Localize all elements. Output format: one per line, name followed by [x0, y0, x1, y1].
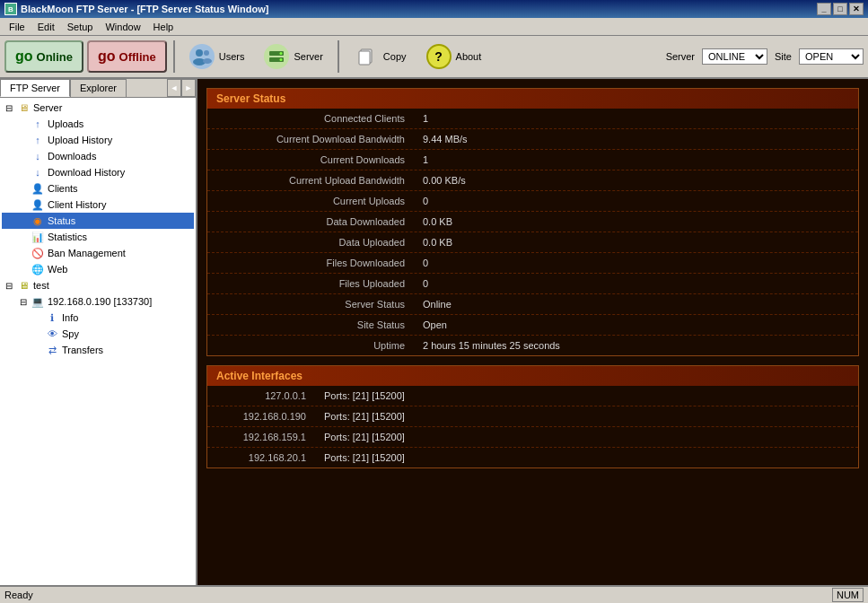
tab-explorer[interactable]: Explorer [70, 79, 127, 97]
menu-window[interactable]: Window [100, 20, 145, 34]
upload-history-icon-tree: ↑ [31, 133, 45, 147]
status-row-files-downloaded: Files Downloaded 0 [207, 253, 858, 274]
server-status-section: Server Status Connected Clients 1 Curren… [206, 88, 859, 356]
svg-point-6 [280, 52, 283, 55]
svg-point-2 [204, 50, 209, 56]
tree-item-clients[interactable]: 👤 Clients [2, 180, 194, 197]
ip-icon-tree: 💻 [31, 294, 45, 309]
tree-item-downloads[interactable]: ↓ Downloads [2, 148, 194, 164]
label-connected-clients: Connected Clients [207, 109, 414, 128]
statistics-icon-tree: 📊 [31, 230, 45, 244]
interface-row-3: 192.168.20.1 Ports: [21] [15200] [207, 448, 858, 468]
tree-item-info[interactable]: ℹ Info [2, 310, 194, 326]
interface-ports-1: Ports: [21] [15200] [315, 406, 414, 426]
tree-toggle-test[interactable]: ⊟ [5, 281, 16, 291]
tree-label-transfers: Transfers [62, 345, 103, 355]
go-offline-button[interactable]: go Offline [87, 40, 167, 73]
about-icon: ? [426, 44, 452, 69]
menu-help[interactable]: Help [148, 20, 180, 34]
status-row-data-uploaded: Data Uploaded 0.0 KB [207, 232, 858, 253]
label-files-uploaded: Files Uploaded [207, 274, 414, 293]
label-upload-bandwidth: Current Upload Bandwidth [207, 170, 414, 190]
maximize-button[interactable]: □ [833, 3, 847, 15]
server-status-select[interactable]: ONLINE OFFLINE [702, 48, 767, 65]
uploads-icon-tree: ↑ [31, 117, 45, 131]
label-data-downloaded: Data Downloaded [207, 212, 414, 232]
about-button[interactable]: ? About [418, 39, 490, 74]
status-row-upload-bandwidth: Current Upload Bandwidth 0.00 KB/s [207, 170, 858, 191]
scroll-left-button[interactable]: ◄ [167, 79, 181, 97]
tree-item-test[interactable]: ⊟ 🖥 test [2, 277, 194, 293]
status-row-current-uploads: Current Uploads 0 [207, 191, 858, 212]
tree-item-download-history[interactable]: ↓ Download History [2, 164, 194, 180]
server-icon [264, 44, 289, 69]
value-server-status: Online [414, 294, 858, 314]
status-row-data-downloaded: Data Downloaded 0.0 KB [207, 212, 858, 232]
users-button[interactable]: Users [181, 39, 253, 74]
copy-button[interactable]: Copy [346, 39, 415, 74]
status-row-download-bandwidth: Current Download Bandwidth 9.44 MB/s [207, 129, 858, 150]
tree-item-transfers[interactable]: ⇄ Transfers [2, 342, 194, 358]
title-bar-left: B BlackMoon FTP Server - [FTP Server Sta… [4, 3, 268, 15]
tree-item-ban[interactable]: 🚫 Ban Management [2, 245, 194, 261]
server-button[interactable]: Server [256, 39, 330, 74]
window-title: BlackMoon FTP Server - [FTP Server Statu… [21, 4, 268, 14]
tree-label-server: Server [33, 102, 62, 113]
menu-edit[interactable]: Edit [32, 20, 60, 34]
tree-item-server[interactable]: ⊟ 🖥 Server [2, 100, 194, 116]
menu-file[interactable]: File [4, 20, 31, 34]
tree-item-client-history[interactable]: 👤 Client History [2, 197, 194, 213]
close-button[interactable]: ✕ [849, 3, 864, 15]
tree-item-web[interactable]: 🌐 Web [2, 261, 194, 277]
num-lock-indicator: NUM [832, 588, 864, 602]
tree-item-status[interactable]: ◉ Status [2, 213, 194, 229]
status-text: Ready [4, 590, 33, 600]
go-online-icon: go [15, 48, 33, 65]
svg-point-0 [196, 49, 203, 57]
scroll-right-button[interactable]: ► [181, 79, 196, 97]
tree-label-ban: Ban Management [48, 248, 126, 258]
svg-point-7 [280, 58, 283, 61]
toolbar-right: Server ONLINE OFFLINE Site OPEN CLOSED [666, 48, 864, 65]
value-current-uploads: 0 [414, 191, 858, 211]
title-bar-controls[interactable]: _ □ ✕ [817, 3, 864, 15]
panel-tabs: FTP Server Explorer ◄ ► [0, 79, 196, 98]
toolbar: go Online go Offline Users Server [0, 36, 868, 79]
tree-item-uploads[interactable]: ↑ Uploads [2, 116, 194, 132]
site-select[interactable]: OPEN CLOSED [799, 48, 864, 65]
server-icon-tree: 🖥 [16, 100, 31, 115]
go-offline-icon: go [98, 48, 116, 65]
value-files-uploaded: 0 [414, 274, 858, 293]
toolbar-separator-2 [338, 40, 339, 73]
about-label: About [456, 51, 482, 62]
tree-toggle-ip[interactable]: ⊟ [20, 297, 31, 307]
value-upload-bandwidth: 0.00 KB/s [414, 170, 858, 190]
tab-ftp-server[interactable]: FTP Server [0, 79, 70, 97]
web-icon-tree: 🌐 [31, 262, 45, 276]
active-interfaces-header: Active Interfaces [207, 366, 858, 386]
go-online-button[interactable]: go Online [4, 40, 83, 73]
tree-item-ip[interactable]: ⊟ 💻 192.168.0.190 [133730] [2, 293, 194, 310]
label-current-downloads: Current Downloads [207, 150, 414, 170]
tree-item-spy[interactable]: 👁 Spy [2, 326, 194, 342]
ban-icon-tree: 🚫 [31, 246, 45, 260]
value-uptime: 2 hours 15 minutes 25 seconds [414, 336, 858, 355]
tree-item-upload-history[interactable]: ↑ Upload History [2, 132, 194, 148]
interface-row-2: 192.168.159.1 Ports: [21] [15200] [207, 427, 858, 448]
tree-toggle-server[interactable]: ⊟ [5, 103, 16, 113]
status-row-connected-clients: Connected Clients 1 [207, 109, 858, 129]
copy-label: Copy [383, 51, 407, 62]
tree-label-client-history: Client History [48, 199, 106, 210]
menu-setup[interactable]: Setup [62, 20, 99, 34]
app-icon: B [4, 3, 17, 15]
interface-rows: 127.0.0.1 Ports: [21] [15200] 192.168.0.… [207, 386, 858, 468]
value-data-downloaded: 0.0 KB [414, 212, 858, 232]
status-row-files-uploaded: Files Uploaded 0 [207, 274, 858, 294]
tree-item-statistics[interactable]: 📊 Statistics [2, 229, 194, 245]
value-data-uploaded: 0.0 KB [414, 232, 858, 252]
interface-ip-0: 127.0.0.1 [207, 386, 315, 406]
status-row-site-status: Site Status Open [207, 315, 858, 336]
interface-row-1: 192.168.0.190 Ports: [21] [15200] [207, 406, 858, 427]
minimize-button[interactable]: _ [817, 3, 831, 15]
tree-area: ⊟ 🖥 Server ↑ Uploads ↑ Upload History [0, 98, 196, 585]
